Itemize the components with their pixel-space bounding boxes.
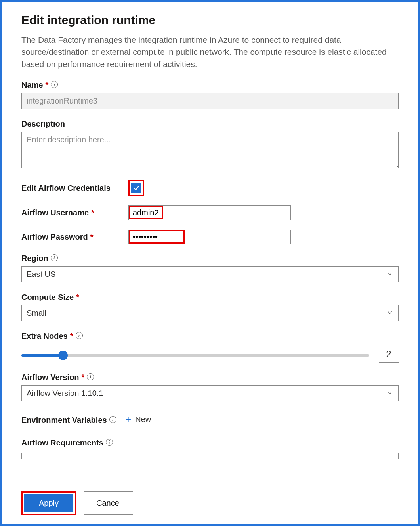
edit-credentials-row: Edit Airflow Credentials xyxy=(21,180,399,196)
apply-button[interactable]: Apply xyxy=(24,494,73,512)
required-asterisk: * xyxy=(90,232,94,242)
username-label: Airflow Username * xyxy=(21,208,128,217)
cancel-button[interactable]: Cancel xyxy=(84,491,133,515)
edit-credentials-label: Edit Airflow Credentials xyxy=(21,184,128,193)
password-label: Airflow Password * xyxy=(21,232,128,242)
info-icon[interactable]: i xyxy=(76,332,83,339)
description-field: Description xyxy=(21,119,399,170)
username-row: Airflow Username * xyxy=(21,205,399,220)
requirements-label-text: Airflow Requirements xyxy=(21,438,103,447)
region-label: Region i xyxy=(21,254,58,263)
highlight-box xyxy=(128,180,144,196)
password-input[interactable] xyxy=(128,230,291,244)
name-label-text: Name xyxy=(21,81,43,90)
env-vars-label: Environment Variables i xyxy=(21,416,116,425)
compute-size-label-text: Compute Size xyxy=(21,293,74,302)
compute-size-select[interactable]: Small xyxy=(21,305,399,321)
env-vars-field: Environment Variables i + New xyxy=(21,412,399,428)
extra-nodes-label: Extra Nodes * i xyxy=(21,332,83,341)
region-select[interactable]: East US xyxy=(21,266,399,282)
env-vars-label-text: Environment Variables xyxy=(21,416,107,425)
highlight-box: Apply xyxy=(21,491,76,515)
username-label-text: Airflow Username xyxy=(21,208,89,217)
edit-integration-runtime-panel: Edit integration runtime The Data Factor… xyxy=(0,0,420,526)
airflow-version-label: Airflow Version * i xyxy=(21,373,94,382)
airflow-version-label-text: Airflow Version xyxy=(21,373,79,382)
plus-icon: + xyxy=(125,414,131,424)
check-icon xyxy=(133,184,140,192)
airflow-version-field: Airflow Version * i Airflow Version 1.10… xyxy=(21,373,399,401)
extra-nodes-slider[interactable] xyxy=(21,354,369,357)
info-icon[interactable]: i xyxy=(51,81,58,88)
add-env-var-button[interactable]: + New xyxy=(125,414,151,424)
requirements-label: Airflow Requirements i xyxy=(21,438,113,447)
airflow-version-select[interactable]: Airflow Version 1.10.1 xyxy=(21,385,399,401)
description-textarea[interactable] xyxy=(21,132,399,168)
required-asterisk: * xyxy=(82,373,85,382)
slider-thumb[interactable] xyxy=(58,351,68,360)
required-asterisk: * xyxy=(70,332,73,341)
requirements-input-partial[interactable] xyxy=(21,453,399,459)
new-label: New xyxy=(135,415,151,424)
required-asterisk: * xyxy=(91,208,94,217)
name-label: Name * i xyxy=(21,81,58,90)
region-label-text: Region xyxy=(21,254,48,263)
compute-size-field: Compute Size * Small xyxy=(21,293,399,321)
panel-footer: Apply Cancel xyxy=(21,480,399,515)
slider-fill xyxy=(21,354,63,357)
compute-size-label: Compute Size * xyxy=(21,293,79,302)
info-icon[interactable]: i xyxy=(109,416,116,423)
required-asterisk: * xyxy=(45,81,48,90)
edit-credentials-checkbox[interactable] xyxy=(131,183,141,193)
info-icon[interactable]: i xyxy=(51,254,58,261)
info-icon[interactable]: i xyxy=(87,373,94,380)
password-row: Airflow Password * xyxy=(21,230,399,244)
description-label: Description xyxy=(21,119,65,129)
panel-body: Edit integration runtime The Data Factor… xyxy=(21,13,399,480)
extra-nodes-field: Extra Nodes * i 2 xyxy=(21,332,399,363)
page-intro: The Data Factory manages the integration… xyxy=(21,34,399,70)
name-input xyxy=(21,93,399,109)
username-input[interactable] xyxy=(128,205,291,220)
extra-nodes-value[interactable]: 2 xyxy=(379,348,399,363)
page-title: Edit integration runtime xyxy=(21,13,399,27)
extra-nodes-label-text: Extra Nodes xyxy=(21,332,68,341)
password-label-text: Airflow Password xyxy=(21,232,88,242)
name-field: Name * i xyxy=(21,81,399,109)
region-field: Region i East US xyxy=(21,254,399,282)
info-icon[interactable]: i xyxy=(106,439,113,446)
requirements-field: Airflow Requirements i xyxy=(21,438,399,459)
required-asterisk: * xyxy=(76,293,79,302)
